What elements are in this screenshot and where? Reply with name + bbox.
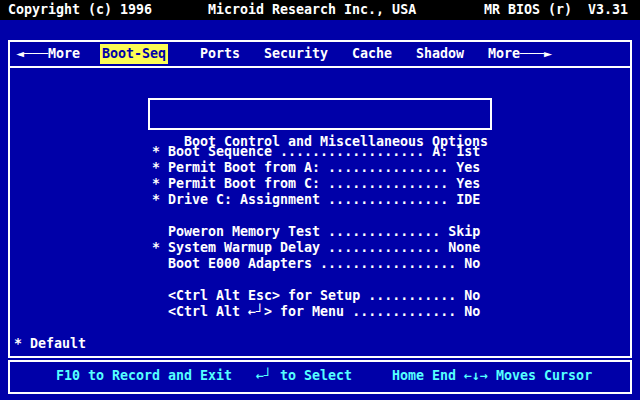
option-permit-boot-a[interactable]: * Permit Boot from A: ............... Ye… <box>152 160 480 176</box>
option-system-warmup-delay[interactable]: * System Warmup Delay .............. Non… <box>152 240 480 256</box>
hint-record-and-exit: F10 to Record and Exit <box>56 368 232 384</box>
menu-item-shadow[interactable]: Shadow <box>416 46 464 62</box>
hint-select: ←┘ to Select <box>256 368 352 384</box>
menu-item-security[interactable]: Security <box>264 46 328 62</box>
option-poweron-memory-test[interactable]: Poweron Memory Test .............. Skip <box>152 224 480 240</box>
copyright-text: Copyright (c) 1996 <box>8 2 152 18</box>
option-boot-e000-adapters[interactable]: Boot E000 Adapters ................. No <box>152 256 480 272</box>
bios-setup-screen: Copyright (c) 1996 Microid Research Inc.… <box>0 0 640 400</box>
bios-version-text: MR BIOS (r) V3.31 <box>484 2 628 18</box>
panel-title-box: Boot Control and Miscellaneous Options <box>148 98 492 130</box>
menu-item-boot-seq-selected[interactable]: Boot-Seq <box>100 44 168 64</box>
titlebar: Copyright (c) 1996 Microid Research Inc.… <box>0 0 640 20</box>
option-permit-boot-c[interactable]: * Permit Boot from C: ............... Ye… <box>152 176 480 192</box>
menu-item-cache[interactable]: Cache <box>352 46 392 62</box>
hint-cursor-keys: Home End ←↓→ Moves Cursor <box>392 368 592 384</box>
option-ctrl-alt-esc-setup[interactable]: <Ctrl Alt Esc> for Setup ........... No <box>152 288 480 304</box>
menu-item-ports[interactable]: Ports <box>200 46 240 62</box>
default-legend: * Default <box>14 336 86 352</box>
option-ctrl-alt-enter-menu[interactable]: <Ctrl Alt ←┘> for Menu ............. No <box>152 304 480 320</box>
option-drive-c-assignment[interactable]: * Drive C: Assignment ............... ID… <box>152 192 480 208</box>
option-boot-sequence[interactable]: * Boot Sequence .................. A: 1s… <box>152 144 480 160</box>
menu-item-more-right[interactable]: More───► <box>488 46 552 62</box>
menu-item-more-left[interactable]: ◄───More <box>16 46 80 62</box>
company-text: Microid Research Inc., USA <box>208 2 416 18</box>
